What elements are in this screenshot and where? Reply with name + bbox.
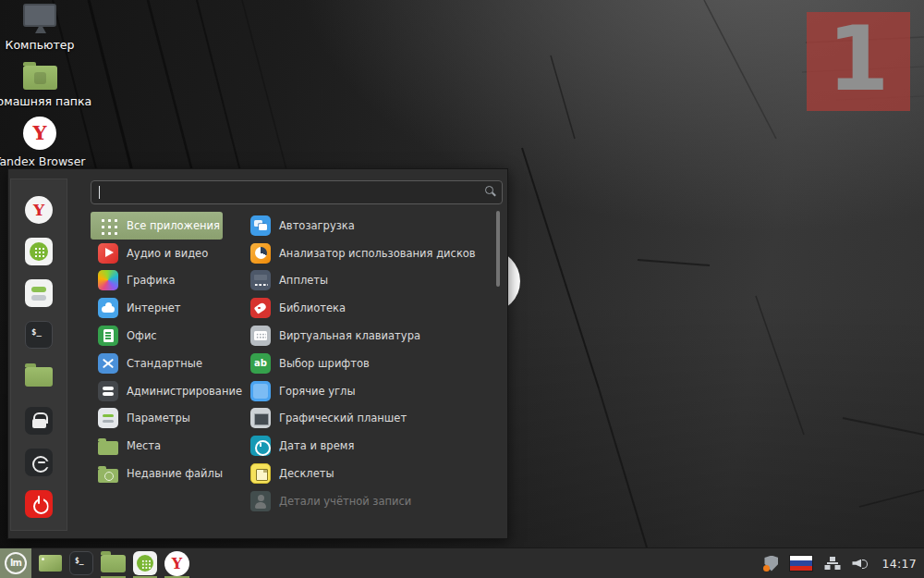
category-label: Интернет <box>127 301 181 314</box>
app-label: Графический планшет <box>279 412 407 424</box>
show-desktop-icon <box>39 555 62 572</box>
desktop: 1 КомпьютерДомашняя папкаYandex Browser … <box>0 0 924 578</box>
all-apps-icon <box>99 216 117 235</box>
desktop-icon-yandex-browser[interactable]: Yandex Browser <box>0 117 95 168</box>
volume-glyph <box>852 557 868 570</box>
network-glyph <box>824 557 840 571</box>
virtual-keyboard-icon <box>250 326 271 346</box>
desklets-icon <box>250 463 271 484</box>
clock[interactable]: 14:17 <box>881 557 917 571</box>
app-item[interactable]: Виртуальная клавиатура <box>243 322 498 350</box>
date-time-icon <box>250 436 271 456</box>
category-label: Стандартные <box>127 357 202 370</box>
sidebar-logout-button[interactable] <box>25 449 53 476</box>
app-item[interactable]: Апплеты <box>243 267 498 295</box>
launcher-software-manager[interactable] <box>133 548 157 578</box>
preferences-icon <box>98 408 118 428</box>
graphics-icon <box>98 270 118 290</box>
app-item: Детали учётной записи <box>243 487 498 515</box>
category-label: Офис <box>127 329 157 342</box>
places-icon <box>98 441 118 455</box>
sidebar-lock-screen-button[interactable] <box>25 407 53 435</box>
disk-usage-icon <box>250 243 271 264</box>
startup-icon <box>250 215 271 236</box>
category-item[interactable]: Офис <box>91 322 223 350</box>
files-icon <box>25 367 53 387</box>
app-item[interactable]: Графический планшет <box>243 405 498 433</box>
yandex-browser-icon <box>25 196 53 224</box>
app-label: Библиотека <box>279 301 346 314</box>
category-item[interactable]: Графика <box>91 267 223 295</box>
system-tray: 14:17 <box>764 556 924 572</box>
terminal-icon <box>69 551 93 575</box>
sidebar-files-button[interactable] <box>25 363 53 387</box>
menu-search <box>91 180 503 204</box>
category-item[interactable]: Стандартные <box>91 350 223 377</box>
files-icon <box>101 555 126 572</box>
app-label: Апплеты <box>279 274 328 287</box>
accessories-icon <box>98 353 118 374</box>
hot-corners-icon <box>250 381 271 401</box>
mint-logo-icon <box>5 552 27 574</box>
app-label: Детали учётной записи <box>279 495 411 508</box>
category-item[interactable]: Недавние файлы <box>91 460 223 487</box>
office-icon <box>98 326 118 346</box>
keyboard-layout-ru-flag-icon[interactable] <box>790 556 812 571</box>
launcher-yandex-browser[interactable] <box>164 548 189 578</box>
desktop-icon-home-folder[interactable]: Домашняя папка <box>0 60 95 108</box>
sidebar-terminal-button[interactable] <box>25 321 53 349</box>
category-label: Недавние файлы <box>127 467 223 480</box>
app-item[interactable]: Выбор шрифтов <box>243 350 498 377</box>
app-item[interactable]: Горячие углы <box>243 377 498 405</box>
desktop-icon-computer[interactable]: Компьютер <box>0 4 95 52</box>
internet-icon <box>98 298 118 318</box>
desktop-icon-label: Домашняя папка <box>0 94 91 108</box>
sidebar-yandex-browser-button[interactable] <box>25 196 53 224</box>
logout-icon <box>25 449 53 476</box>
wallpaper-badge-one: 1 <box>807 12 910 111</box>
category-item[interactable]: Параметры <box>91 405 223 433</box>
app-label: Анализатор использования дисков <box>279 247 476 260</box>
app-item[interactable]: Библиотека <box>243 294 498 322</box>
network-icon[interactable] <box>824 557 840 571</box>
yandex-browser-icon <box>164 551 189 576</box>
launcher-files[interactable] <box>101 548 126 578</box>
menu-button[interactable] <box>0 548 31 578</box>
taskbar-launchers <box>31 548 189 578</box>
category-item[interactable]: Аудио и видео <box>91 240 223 267</box>
graphics-tablet-icon <box>250 408 271 428</box>
desktop-icon-label: Yandex Browser <box>0 154 85 168</box>
category-label: Аудио и видео <box>127 247 208 260</box>
category-label: Администрирование <box>127 385 242 398</box>
shutdown-icon <box>25 490 53 518</box>
menu-favorites-sidebar <box>10 178 67 531</box>
app-item[interactable]: Дата и время <box>243 432 498 460</box>
category-label: Все приложения <box>127 219 220 232</box>
menu-scrollbar[interactable] <box>496 211 500 287</box>
app-item[interactable]: Анализатор использования дисков <box>243 240 498 267</box>
search-input[interactable] <box>91 180 503 204</box>
audio-video-icon <box>98 243 118 264</box>
category-item[interactable]: Интернет <box>91 294 223 322</box>
update-manager-shield-icon[interactable] <box>764 556 778 572</box>
launcher-terminal[interactable] <box>69 548 93 578</box>
volume-icon[interactable] <box>852 557 868 570</box>
app-item[interactable]: Десклеты <box>243 460 498 487</box>
sidebar-software-manager-button[interactable] <box>25 238 53 265</box>
menu-categories: Все приложенияАудио и видеоГрафикаИнтерн… <box>91 212 223 487</box>
sidebar-system-settings-button[interactable] <box>25 279 53 307</box>
administration-icon <box>98 381 118 401</box>
app-item[interactable]: Автозагрузка <box>243 212 498 240</box>
applets-icon <box>250 270 271 290</box>
account-details-icon <box>250 491 271 511</box>
app-label: Десклеты <box>279 467 334 480</box>
launcher-show-desktop[interactable] <box>39 548 62 578</box>
computer-icon <box>23 4 56 27</box>
lock-screen-icon <box>25 407 53 435</box>
software-manager-icon <box>25 238 53 265</box>
category-item[interactable]: Места <box>91 432 223 460</box>
category-item[interactable]: Все приложения <box>91 212 223 240</box>
main-menu: Все приложенияАудио и видеоГрафикаИнтерн… <box>7 168 508 539</box>
category-item[interactable]: Администрирование <box>91 377 223 405</box>
sidebar-shutdown-button[interactable] <box>25 490 53 518</box>
